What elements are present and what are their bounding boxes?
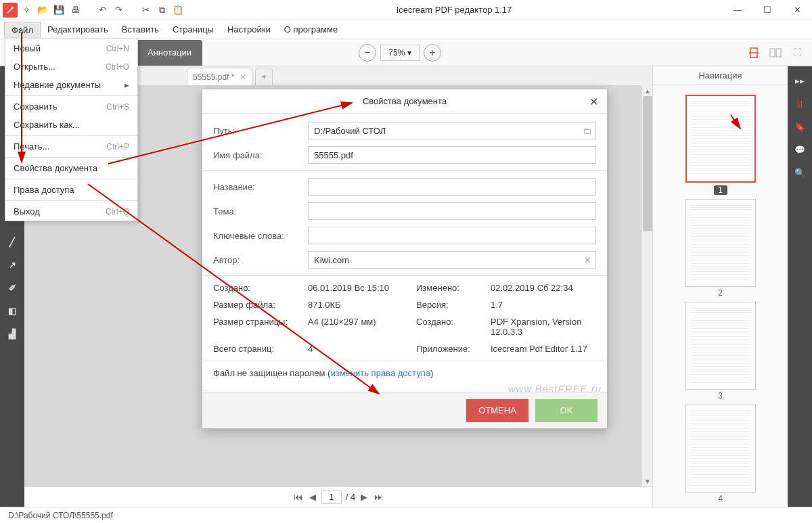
vertical-scrollbar[interactable]: ▲ ▼ (641, 85, 652, 486)
cut-icon[interactable]: ✂ (138, 3, 153, 18)
menu-item-saveas[interactable]: Сохранить как... (5, 116, 137, 134)
thumbnail-1[interactable]: 1 (685, 95, 756, 195)
filesize-label: Размер файла: (213, 300, 308, 310)
created-label: Создано: (213, 283, 308, 293)
tab-close-icon[interactable]: ✕ (240, 72, 246, 82)
app-value: Icecream Pdf Editor 1.17 (491, 344, 596, 354)
arrow-tool-icon[interactable]: ↗ (0, 253, 24, 276)
right-sidebar: ▸▸ ▯ 🔖 💬 🔍 (788, 66, 812, 507)
browse-icon[interactable]: 🗀 (583, 126, 591, 136)
creator-label: Создано: (416, 317, 491, 337)
menu-edit[interactable]: Редактировать (41, 22, 115, 37)
search-icon[interactable]: 🔍 (788, 161, 812, 184)
modified-label: Изменено: (416, 283, 491, 293)
window-controls: — ☐ ✕ (723, 0, 812, 20)
pages-icon[interactable]: ▯ (788, 92, 812, 115)
eraser-tool-icon[interactable]: ◧ (0, 299, 24, 322)
menu-item-new[interactable]: НовыйCtrl+N (5, 39, 137, 58)
keywords-label: Ключевые слова: (213, 231, 308, 241)
copy-icon[interactable]: ⧉ (154, 3, 169, 18)
name-label: Название: (213, 182, 308, 192)
collapse-icon[interactable]: ▸▸ (788, 69, 812, 92)
dialog-close-button[interactable]: ✕ (587, 95, 600, 108)
zoom-controls: − 75% ▾ + (359, 44, 441, 62)
filename-field[interactable]: 55555.pdf (308, 146, 596, 164)
subject-field[interactable] (308, 202, 596, 220)
navigation-panel: Навигация 1 2 3 4 (652, 66, 788, 507)
bookmarks-icon[interactable]: 🔖 (788, 115, 812, 138)
print-icon[interactable]: 🖶 (68, 3, 83, 18)
single-page-icon[interactable] (746, 45, 762, 61)
clear-icon[interactable]: ✕ (584, 255, 591, 265)
close-button[interactable]: ✕ (782, 0, 812, 20)
save-icon[interactable]: 💾 (51, 3, 66, 18)
menu-about[interactable]: О программе (277, 22, 345, 37)
thumbnail-3[interactable]: 3 (685, 302, 756, 401)
status-path: D:\Рабочий СТОЛ\55555.pdf (8, 511, 113, 520)
author-field[interactable]: Kiwi.com✕ (308, 251, 596, 269)
page-navigation: ⏮ ◀ / 4 ▶ ⏭ (24, 486, 652, 507)
menu-file[interactable]: Файл (4, 22, 41, 38)
title-bar: ✧ 📂 💾 🖶 ↶ ↷ ✂ ⧉ 📋 Icecream PDF редактор … (0, 0, 812, 20)
dialog-title-bar: Свойства документа ✕ (202, 89, 607, 114)
stamp-tool-icon[interactable]: ▟ (0, 322, 24, 345)
menu-pages[interactable]: Страницы (166, 22, 221, 37)
window-title: Icecream PDF редактор 1.17 (185, 5, 723, 15)
paste-icon[interactable]: 📋 (171, 3, 185, 18)
menu-item-properties[interactable]: Свойства документа (5, 159, 137, 177)
svg-rect-3 (776, 49, 781, 57)
keywords-field[interactable] (308, 227, 596, 244)
next-page-button[interactable]: ▶ (359, 492, 369, 502)
scroll-thumb[interactable] (643, 96, 652, 231)
view-mode-buttons: ⛶ (746, 45, 805, 61)
thumbnail-4[interactable]: 4 (685, 405, 756, 503)
menu-item-recent[interactable]: Недавние документы▸ (5, 76, 137, 94)
modified-value: 02.02.2019 Сб 22:34 (491, 283, 596, 293)
scroll-down-icon[interactable]: ▼ (642, 476, 653, 486)
annotations-tab[interactable]: Аннотации (137, 40, 202, 66)
menu-insert[interactable]: Вставить (115, 22, 166, 37)
app-label: Приложение: (416, 344, 491, 354)
quick-access-toolbar: ✧ 📂 💾 🖶 ↶ ↷ ✂ ⧉ 📋 (0, 3, 185, 18)
svg-rect-2 (770, 49, 775, 57)
name-field[interactable] (308, 178, 596, 196)
zoom-in-button[interactable]: + (424, 44, 441, 62)
change-permissions-link[interactable]: изменить права доступа (330, 368, 430, 378)
zoom-out-button[interactable]: − (359, 44, 376, 62)
thumbnail-2[interactable]: 2 (685, 199, 756, 298)
document-tab[interactable]: 55555.pdf *✕ (187, 68, 252, 85)
menu-item-permissions[interactable]: Права доступа (5, 181, 137, 199)
totalpages-value: 4 (308, 344, 416, 354)
minimize-button[interactable]: — (723, 0, 752, 20)
document-properties-dialog: Свойства документа ✕ Путь:D:/Рабочий СТО… (202, 89, 608, 429)
last-page-button[interactable]: ⏭ (373, 492, 384, 502)
first-page-button[interactable]: ⏮ (292, 492, 304, 502)
pencil-tool-icon[interactable]: ✐ (0, 276, 24, 299)
cancel-button[interactable]: ОТМЕНА (466, 399, 528, 422)
page-input[interactable] (321, 491, 342, 504)
undo-icon[interactable]: ↶ (95, 3, 110, 18)
fullscreen-icon[interactable]: ⛶ (789, 45, 805, 61)
dialog-footer: ОТМЕНА OK (202, 392, 607, 428)
menu-item-open[interactable]: Открыть...Ctrl+O (5, 58, 137, 76)
redo-icon[interactable]: ↷ (111, 3, 126, 18)
app-logo-icon (3, 3, 18, 18)
menu-item-print[interactable]: Печать...Ctrl+P (5, 137, 137, 156)
open-icon[interactable]: 📂 (35, 3, 50, 18)
created-value: 06.01.2019 Вс 15:10 (308, 283, 416, 293)
two-page-icon[interactable] (767, 45, 784, 61)
menu-item-exit[interactable]: ВыходCtrl+Q (5, 202, 137, 221)
zoom-value[interactable]: 75% ▾ (380, 45, 420, 61)
maximize-button[interactable]: ☐ (752, 0, 782, 20)
ok-button[interactable]: OK (535, 399, 597, 422)
prev-page-button[interactable]: ◀ (308, 492, 317, 502)
version-label: Версия: (416, 300, 491, 310)
menu-settings[interactable]: Настройки (221, 22, 277, 37)
add-tab-button[interactable]: + (255, 68, 273, 85)
line-tool-icon[interactable]: ╱ (0, 230, 24, 253)
comments-icon[interactable]: 💬 (788, 138, 812, 161)
scroll-up-icon[interactable]: ▲ (642, 85, 653, 96)
menu-item-save[interactable]: СохранитьCtrl+S (5, 97, 137, 116)
new-icon[interactable]: ✧ (19, 3, 34, 18)
path-field[interactable]: D:/Рабочий СТОЛ🗀 (308, 122, 596, 139)
